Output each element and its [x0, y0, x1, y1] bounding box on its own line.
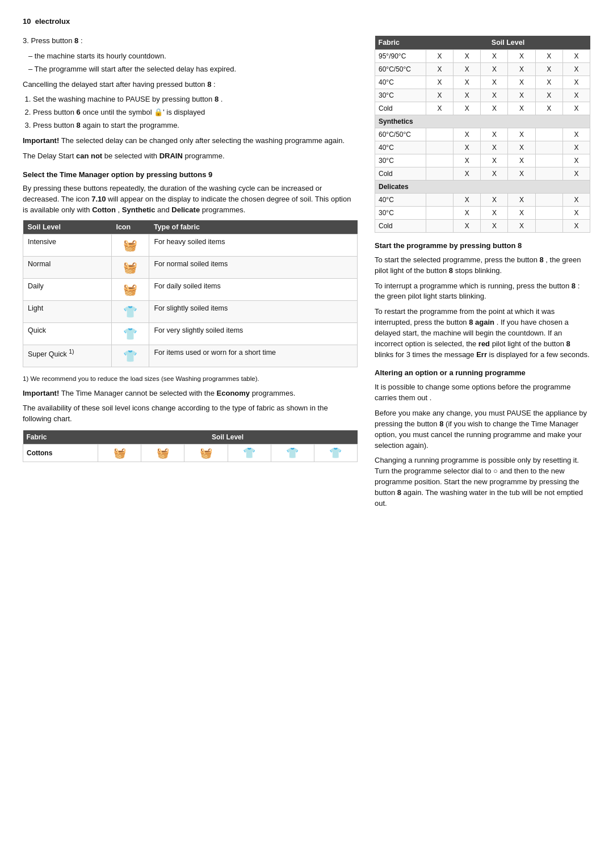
step3-num: 3. — [23, 36, 31, 45]
soil-icon-light: 👕 — [111, 300, 149, 322]
bottom-cottons-row: Cottons 🧺 🧺 🧺 👕 👕 👕 — [23, 445, 358, 462]
syn-40c-label: 40°C — [375, 141, 426, 154]
temp-95-row: 95°/90°C X X X X X X — [375, 50, 590, 63]
cold-label: Cold — [375, 102, 426, 115]
temp-40c-row: 40°C XXXXXX — [375, 76, 590, 89]
important-para2: Important! The Time Manager cannot be se… — [23, 388, 358, 399]
altering-heading: Altering an option or a running programm… — [375, 368, 590, 379]
temp-60c-row: 60°C/50°C XXXXXX — [375, 63, 590, 76]
temp95-x2: X — [454, 50, 481, 63]
start-para1: To start the selected programme, press t… — [375, 255, 590, 276]
soil-level-table: Soil Level Icon Type of fabric Intensive… — [23, 220, 358, 367]
temp-60c-label: 60°C/50°C — [375, 63, 426, 76]
cancel-steps-list: Set the washing machine to PAUSE by pres… — [33, 94, 358, 131]
page-number: 10 — [23, 17, 31, 26]
soil-row-superquick: Super Quick 1) 👕 For items used or worn … — [23, 345, 358, 367]
temp-95-label: 95°/90°C — [375, 50, 426, 63]
soil-icon-superquick: 👕 — [111, 345, 149, 367]
soil-level-label: Super Quick 1) — [23, 345, 112, 367]
temp95-x3: X — [481, 50, 508, 63]
soil-type-quick: For very slightly soiled items — [149, 322, 358, 345]
cancelling-btn-ref: 8 — [207, 80, 211, 89]
syn-cold-label: Cold — [375, 167, 426, 181]
soil-type-superquick: For items used or worn for a short time — [149, 345, 358, 367]
temp95-x4: X — [508, 50, 535, 63]
restart-para: To restart the programme from the point … — [375, 307, 590, 360]
soil-level-label: Quick — [23, 322, 112, 345]
cancelling-para: Cancelling the delayed start after havin… — [23, 79, 358, 90]
step3-item1: the machine starts its hourly countdown. — [28, 51, 358, 62]
step3-text: 3. Press button 8 : — [23, 36, 358, 47]
soil-type-intensive: For heavy soiled items — [149, 234, 358, 256]
fabric-soil-table: Fabric Soil Level 95°/90°C X X X X X X 6… — [375, 36, 590, 233]
cottons-icon3: 🧺 — [184, 445, 228, 462]
soil-level-col-header: Soil Level — [426, 36, 590, 50]
syn-cold-row: Cold XXXX — [375, 167, 590, 181]
icon-col-header: Icon — [111, 220, 149, 234]
cancel-step2: Press button 6 once until the symbol 🔒' … — [33, 107, 358, 118]
time-manager-heading: Select the Time Manager option by pressi… — [23, 170, 358, 181]
temp95-x5: X — [535, 50, 562, 63]
soil-row-light: Light 👕 For slightly soiled items — [23, 300, 358, 322]
del-cold-label: Cold — [375, 220, 426, 233]
bottom-fabric-table: Fabric Soil Level Cottons 🧺 🧺 🧺 👕 👕 👕 — [23, 430, 358, 462]
syn-30c-label: 30°C — [375, 154, 426, 167]
syn-60c-label: 60°C/50°C — [375, 128, 426, 141]
cottons-icon1: 🧺 — [98, 445, 141, 462]
footnote: 1) We recommend you to reduce the load s… — [23, 374, 358, 384]
bottom-soil-header: Soil Level — [98, 430, 358, 445]
del-40c-label: 40°C — [375, 194, 426, 207]
soil-level-label: Daily — [23, 278, 112, 300]
cottons-icon2: 🧺 — [141, 445, 184, 462]
cottons-icon5: 👕 — [271, 445, 314, 462]
soil-icon-intensive: 🧺 — [111, 234, 149, 256]
delicates-label: Delicates — [375, 181, 590, 194]
time-manager-para: By pressing these buttons repeatedly, th… — [23, 183, 358, 216]
del-30c-row: 30°C XXXX — [375, 207, 590, 220]
soil-row-quick: Quick 👕 For very slightly soiled items — [23, 322, 358, 345]
soil-level-label: Normal — [23, 256, 112, 278]
cancel-step3: Press button 8 again to start the progra… — [33, 120, 358, 131]
brand-name: electrolux — [35, 17, 70, 26]
temp-40c-label: 40°C — [375, 76, 426, 89]
temp-30c-label: 30°C — [375, 89, 426, 102]
synthetics-label: Synthetics — [375, 115, 590, 128]
main-content: 3. Press button 8 : the machine starts i… — [23, 36, 590, 514]
del-40c-row: 40°C XXXX — [375, 194, 590, 207]
soil-icon-daily: 🧺 — [111, 278, 149, 300]
soil-type-light: For slightly soiled items — [149, 300, 358, 322]
soil-col-header: Soil Level — [23, 220, 112, 234]
type-col-header: Type of fabric — [149, 220, 358, 234]
temp95-x6: X — [562, 50, 590, 63]
soil-row-intensive: Intensive 🧺 For heavy soiled items — [23, 234, 358, 256]
important-label1: Important! — [23, 136, 59, 145]
start-heading: Start the programme by pressing button 8 — [375, 241, 590, 251]
soil-type-normal: For normal soiled items — [149, 256, 358, 278]
soil-level-label: Light — [23, 300, 112, 322]
left-column: 3. Press button 8 : the machine starts i… — [23, 36, 358, 514]
page-header: 10 electrolux — [23, 17, 590, 26]
soil-level-label: Intensive — [23, 234, 112, 256]
delicates-header-row: Delicates — [375, 181, 590, 194]
altering-para1: It is possible to change some options be… — [375, 382, 590, 404]
step3-list: the machine starts its hourly countdown.… — [28, 51, 358, 75]
soil-row-normal: Normal 🧺 For normal soiled items — [23, 256, 358, 278]
important-para1: Important! The selected delay can be cha… — [23, 136, 358, 146]
cottons-label: Cottons — [23, 445, 98, 462]
soil-row-daily: Daily 🧺 For daily soiled items — [23, 278, 358, 300]
availability-para: The availability of these soil level ico… — [23, 403, 358, 425]
cottons-icon6: 👕 — [314, 445, 357, 462]
altering-para3: Changing a running programme is possible… — [375, 455, 590, 509]
cancel-step1: Set the washing machine to PAUSE by pres… — [33, 94, 358, 105]
temp-30c-row: 30°C XXXXXX — [375, 89, 590, 102]
del-30c-label: 30°C — [375, 207, 426, 220]
delay-para: The Delay Start can not be selected with… — [23, 151, 358, 162]
start-para2: To interrupt a programme which is runnin… — [375, 281, 590, 303]
soil-type-daily: For daily soiled items — [149, 278, 358, 300]
bottom-fabric-header: Fabric — [23, 430, 98, 445]
synthetics-header-row: Synthetics — [375, 115, 590, 128]
step3-item2: The programme will start after the selec… — [28, 64, 358, 75]
syn-30c-row: 30°C XXXX — [375, 154, 590, 167]
fabric-col-header: Fabric — [375, 36, 426, 50]
soil-icon-quick: 👕 — [111, 322, 149, 345]
